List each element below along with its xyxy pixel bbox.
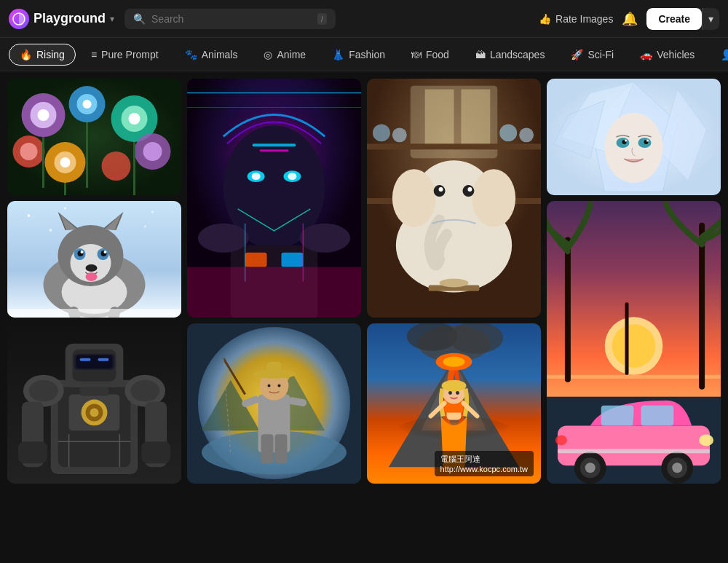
watermark-line2: http://www.kocpc.com.tw — [440, 465, 528, 473]
svg-rect-142 — [141, 441, 170, 463]
svg-point-78 — [151, 211, 154, 213]
svg-point-127 — [90, 408, 99, 417]
svg-point-12 — [20, 143, 38, 160]
svg-point-176 — [448, 391, 452, 395]
elephant-image — [367, 79, 541, 318]
filter-animals[interactable]: 🐾 Animals — [174, 44, 249, 66]
filter-pure-prompt[interactable]: ≡ Pure Prompt — [80, 44, 170, 66]
svg-rect-104 — [565, 237, 571, 382]
svg-point-175 — [442, 380, 467, 392]
svg-rect-35 — [245, 253, 267, 267]
filter-food[interactable]: 🍽 Food — [400, 44, 460, 66]
svg-rect-110 — [641, 406, 673, 426]
svg-rect-99 — [7, 309, 181, 318]
svg-point-73 — [646, 140, 649, 142]
svg-rect-33 — [260, 149, 289, 151]
svg-rect-140 — [18, 441, 47, 463]
svg-point-61 — [440, 279, 469, 288]
fashion-icon: 👗 — [332, 49, 344, 60]
svg-point-10 — [129, 113, 141, 125]
vehicles-label: Vehicles — [657, 49, 695, 60]
robot-image — [187, 79, 361, 318]
svg-point-54 — [392, 169, 436, 227]
svg-point-162 — [277, 385, 280, 387]
search-bar: 🔍 / — [124, 9, 336, 29]
svg-rect-46 — [367, 143, 541, 149]
pure-prompt-icon: ≡ — [91, 49, 97, 60]
svg-rect-106 — [625, 302, 629, 375]
grid-item-fisherman[interactable] — [187, 323, 361, 484]
rate-images-label: Rate Images — [555, 13, 613, 25]
svg-rect-137 — [98, 358, 108, 361]
filter-anime[interactable]: ◎ Anime — [253, 44, 317, 66]
svg-rect-109 — [601, 406, 634, 426]
animals-label: Animals — [202, 49, 238, 60]
palm-car-image — [547, 201, 721, 484]
svg-point-4 — [38, 109, 50, 121]
svg-point-79 — [50, 229, 52, 232]
svg-rect-152 — [261, 434, 274, 463]
grid-item-mech[interactable] — [7, 323, 181, 484]
fashion-label: Fashion — [349, 49, 385, 60]
more-icon: 👤 — [721, 49, 728, 60]
svg-rect-41 — [187, 267, 361, 318]
create-group: Create ▾ — [646, 8, 719, 30]
create-dropdown-button[interactable]: ▾ — [702, 8, 719, 30]
watermark: 電腦王阿達 http://www.kocpc.com.tw — [435, 451, 534, 476]
grid-item-volcano[interactable]: 電腦王阿達 http://www.kocpc.com.tw — [367, 323, 541, 484]
logo-text: Playground — [33, 11, 106, 26]
svg-point-38 — [299, 224, 350, 253]
bell-icon[interactable]: 🔔 — [622, 11, 638, 27]
filter-fashion[interactable]: 👗 Fashion — [321, 44, 396, 66]
svg-point-94 — [104, 251, 107, 253]
grid-item-robot[interactable] — [187, 79, 361, 318]
rate-images-button[interactable]: 👍 Rate Images — [539, 13, 613, 25]
svg-point-177 — [456, 391, 459, 395]
svg-point-119 — [699, 434, 713, 446]
svg-rect-44 — [425, 90, 454, 148]
rising-label: Rising — [36, 49, 65, 60]
svg-point-30 — [252, 173, 261, 180]
svg-rect-153 — [274, 434, 287, 463]
filter-vehicles[interactable]: 🚗 Vehicles — [629, 44, 705, 66]
svg-point-102 — [612, 324, 656, 368]
svg-point-31 — [288, 173, 296, 180]
landscapes-label: Landscapes — [490, 49, 545, 60]
grid-item-palm-car[interactable] — [547, 201, 721, 484]
filter-scifi[interactable]: 🚀 Sci-Fi — [560, 44, 625, 66]
thumbs-up-icon: 👍 — [539, 13, 551, 25]
filter-rising[interactable]: 🔥 Rising — [9, 44, 76, 66]
flowers-image — [7, 79, 181, 195]
svg-point-59 — [467, 187, 472, 192]
svg-rect-105 — [699, 223, 705, 390]
svg-point-72 — [625, 140, 627, 142]
logo-chevron-icon[interactable]: ▾ — [110, 14, 114, 24]
grid-item-elephant[interactable] — [367, 79, 541, 318]
grid-item-husky[interactable] — [7, 201, 181, 318]
svg-point-50 — [519, 127, 534, 142]
svg-point-93 — [81, 251, 84, 253]
mech-image — [7, 323, 181, 484]
svg-point-55 — [472, 169, 515, 227]
grid-item-flowers[interactable] — [7, 79, 181, 195]
logo-svg — [12, 12, 25, 25]
anime-icon: ◎ — [264, 49, 272, 60]
filter-more[interactable]: 👤 — [710, 44, 728, 66]
filter-landscapes[interactable]: 🏔 Landscapes — [464, 44, 556, 66]
svg-point-95 — [86, 264, 98, 272]
logo-area[interactable]: Playground ▾ — [9, 9, 114, 29]
search-input[interactable] — [151, 13, 312, 25]
svg-rect-135 — [76, 355, 113, 369]
create-button[interactable]: Create — [646, 8, 702, 30]
grid-item-crystal[interactable] — [547, 79, 721, 195]
food-label: Food — [426, 49, 449, 60]
svg-point-117 — [672, 462, 682, 473]
header: Playground ▾ 🔍 / 👍 Rate Images 🔔 Create … — [0, 0, 728, 38]
filter-bar: 🔥 Rising ≡ Pure Prompt 🐾 Animals ◎ Anime… — [0, 38, 728, 71]
svg-point-166 — [448, 323, 504, 354]
header-right: 👍 Rate Images 🔔 Create ▾ — [539, 8, 719, 30]
image-grid: 電腦王阿達 http://www.kocpc.com.tw — [0, 71, 728, 563]
svg-rect-118 — [558, 449, 710, 453]
scifi-label: Sci-Fi — [587, 49, 614, 60]
anime-label: Anime — [277, 49, 306, 60]
